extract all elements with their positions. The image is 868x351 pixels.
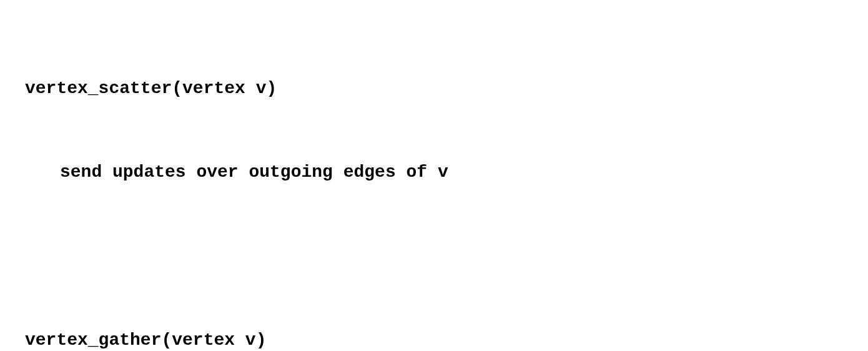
code-line-gather-def: vertex_gather(vertex v) — [25, 327, 843, 351]
pseudocode-block: vertex_scatter(vertex v) send updates ov… — [25, 19, 843, 351]
code-line-scatter-def: vertex_scatter(vertex v) — [25, 75, 843, 103]
code-line-scatter-body: send updates over outgoing edges of v — [25, 159, 843, 187]
blank-line — [25, 242, 843, 270]
